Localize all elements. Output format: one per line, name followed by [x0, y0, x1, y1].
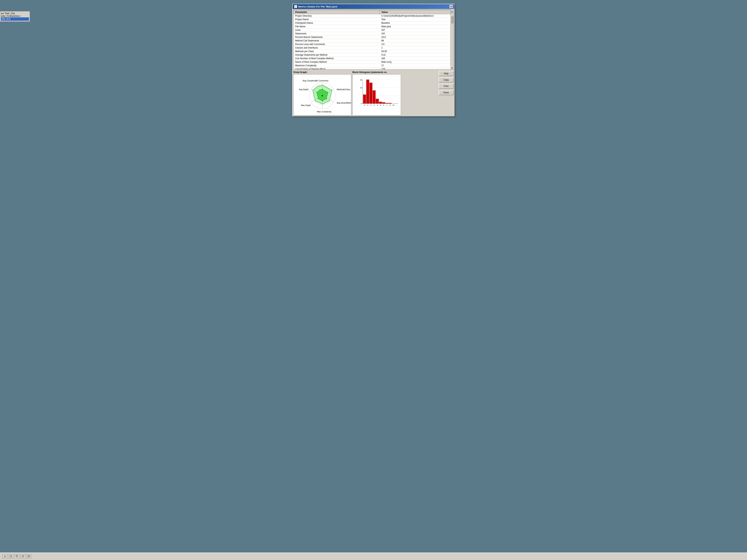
- value-cell: 347: [380, 28, 450, 32]
- value-cell: C:\Users\29186\IdeaProjects\HelloJava\un…: [380, 14, 450, 18]
- param-cell: Line Number of Most Complex Method: [294, 57, 380, 60]
- table-row: Line Number of Deepest Block178: [294, 68, 450, 70]
- svg-text:Avg Depth: Avg Depth: [299, 88, 309, 90]
- svg-rect-35: [363, 95, 366, 104]
- table-row: Name of Most Complex MethodMain.run(): [294, 60, 450, 64]
- svg-point-12: [321, 95, 323, 97]
- param-cell: Project Name: [294, 18, 380, 21]
- title-bar: ! Metrics Details For File 'Main.java' ×: [293, 4, 454, 9]
- value-cell: 16.8: [380, 35, 450, 39]
- kiviat-label: Kiviat Graph:: [293, 71, 351, 74]
- table-row: Line Number of Most Complex Method165: [294, 57, 450, 60]
- value-cell: 98: [380, 39, 450, 43]
- dialog-icon: !: [294, 5, 297, 8]
- close-button[interactable]: ×: [449, 5, 453, 8]
- ime-ri[interactable]: 日: [20, 554, 25, 559]
- table-row: Percent Lines with Comments3.5: [294, 43, 450, 46]
- bottom-section: Kiviat Graph:: [293, 71, 454, 115]
- svg-text:Max Complexity: Max Complexity: [317, 110, 332, 113]
- value-cell: Main.java: [380, 25, 450, 28]
- copy-button[interactable]: Copy: [439, 77, 454, 82]
- metrics-dialog: ! Metrics Details For File 'Main.java' ×…: [292, 4, 455, 116]
- behind-tab: ect 'Test', Che: [1, 12, 29, 15]
- svg-rect-40: [379, 102, 382, 103]
- kiviat-graph: % Comments Methods/Class Avg Stmts/Metho…: [293, 75, 351, 115]
- table-row: Methods per Class34.00: [294, 50, 450, 53]
- ime-han[interactable]: 汉: [8, 554, 14, 559]
- svg-text:6: 6: [383, 104, 384, 106]
- svg-text:7: 7: [386, 104, 387, 106]
- svg-text:20: 20: [360, 87, 362, 89]
- kiviat-container: % Comments Methods/Class Avg Stmts/Metho…: [293, 74, 351, 115]
- svg-text:0: 0: [364, 104, 365, 106]
- param-cell: File Name: [294, 25, 380, 28]
- ime-hui[interactable]: 回: [26, 554, 31, 559]
- svg-text:9+: 9+: [392, 104, 394, 106]
- histogram-section: Block Histogram (statements vs.: [353, 71, 437, 115]
- taskbar: A 汉 字 日 回: [0, 553, 747, 560]
- metrics-table-section: Parameter Value Project DirectoryC:\User…: [293, 10, 454, 70]
- param-cell: Name of Most Complex Method: [294, 60, 380, 64]
- help-button[interactable]: Help: [439, 71, 454, 76]
- scroll-thumb[interactable]: [451, 16, 454, 23]
- value-cell: 191: [380, 32, 450, 35]
- behind-cols: ents | % Branches |: [1, 15, 29, 17]
- scroll-up-button[interactable]: ▲: [450, 10, 454, 13]
- value-cell: 165: [380, 57, 450, 60]
- svg-point-13: [322, 89, 323, 89]
- svg-text:2: 2: [370, 104, 371, 106]
- svg-text:% Comments: % Comments: [316, 80, 329, 82]
- svg-text:5: 5: [380, 104, 381, 106]
- done-button[interactable]: Done: [439, 90, 454, 95]
- param-cell: Line Number of Deepest Block: [294, 68, 380, 70]
- param-cell: Average Statements per Method: [294, 53, 380, 57]
- histogram-container: 40 20 0: [353, 74, 401, 115]
- svg-rect-39: [376, 99, 379, 104]
- svg-point-15: [326, 98, 327, 99]
- table-row: Project NameTest: [294, 18, 450, 21]
- svg-text:4: 4: [377, 104, 378, 106]
- value-cell: Main.run(): [380, 60, 450, 64]
- table-row: Percent Branch Statements16.8: [294, 35, 450, 39]
- ime-a[interactable]: A: [2, 554, 7, 559]
- svg-rect-41: [382, 102, 385, 104]
- param-cell: Classes and Interfaces: [294, 46, 380, 50]
- table-row: Maximum Complexity17: [294, 64, 450, 68]
- svg-text:8: 8: [390, 104, 390, 106]
- table-row: Checkpoint NameBaseline: [294, 21, 450, 25]
- table-row: Method Call Statements98: [294, 39, 450, 43]
- svg-text:0: 0: [361, 103, 362, 105]
- title-bar-left: ! Metrics Details For File 'Main.java': [294, 5, 338, 8]
- table-row: Average Statements per Method5.41: [294, 53, 450, 57]
- param-cell: Methods per Class: [294, 50, 380, 53]
- value-cell: 178: [380, 68, 450, 70]
- param-cell: Percent Lines with Comments: [294, 43, 380, 46]
- scroll-down-button[interactable]: ▼: [450, 66, 454, 69]
- svg-point-17: [318, 98, 318, 99]
- value-cell: 5.41: [380, 53, 450, 57]
- print-button[interactable]: Print: [439, 84, 454, 89]
- svg-rect-36: [366, 80, 369, 104]
- scrollbar[interactable]: ▲ ▼: [450, 10, 454, 69]
- svg-text:Max Depth: Max Depth: [301, 104, 311, 106]
- ime-zi[interactable]: 字: [14, 554, 20, 559]
- param-cell: Checkpoint Name: [294, 21, 380, 25]
- table-row: File NameMain.java: [294, 25, 450, 28]
- svg-rect-38: [373, 90, 376, 104]
- table-row: Lines347: [294, 28, 450, 32]
- table-row: Statements191: [294, 32, 450, 35]
- behind-row: 191 16.8: [1, 17, 29, 21]
- param-cell: Statements: [294, 32, 380, 35]
- value-cell: Test: [380, 18, 450, 21]
- histogram-graph: 40 20 0: [358, 76, 399, 110]
- ime-area: A 汉 字 日 回: [2, 554, 31, 559]
- metrics-table[interactable]: Parameter Value Project DirectoryC:\User…: [293, 10, 450, 69]
- param-cell: Project Directory: [294, 14, 380, 18]
- svg-point-16: [322, 101, 323, 101]
- value-cell: 3.5: [380, 43, 450, 46]
- svg-rect-37: [369, 83, 372, 104]
- param-cell: Lines: [294, 28, 380, 32]
- value-cell: Baseline: [380, 21, 450, 25]
- svg-point-18: [316, 92, 317, 93]
- value-cell: 34.00: [380, 50, 450, 53]
